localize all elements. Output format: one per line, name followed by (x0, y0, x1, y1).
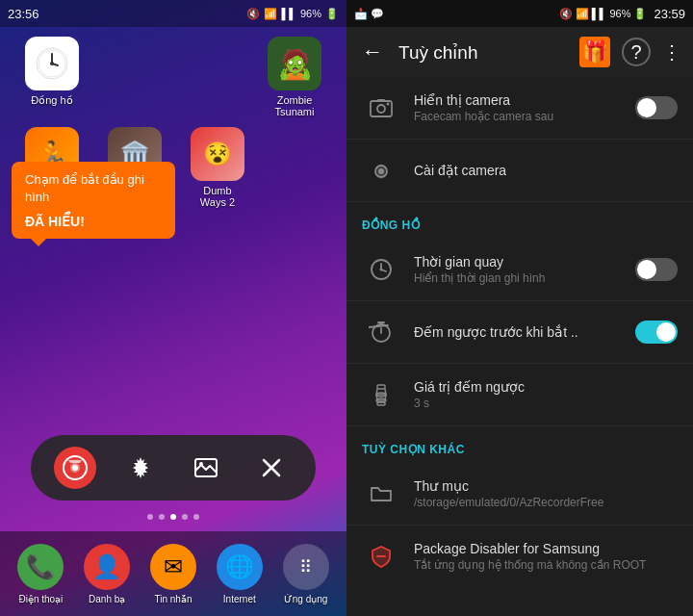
apps-dock[interactable]: ⠿ Ứng dụng (283, 544, 329, 604)
thoi-gian-quay-text: Thời gian quay Hiển thị thời gian ghi hì… (414, 254, 635, 285)
hien-thi-camera-toggle-knob (637, 98, 656, 117)
dem-nguoc-title: Đếm ngược trước khi bắt .. (414, 324, 635, 340)
page-title: Tuỳ chỉnh (398, 41, 568, 64)
dem-nguoc-item[interactable]: Đếm ngược trước khi bắt .. (346, 301, 693, 364)
more-icon[interactable]: ⋮ (662, 40, 681, 64)
svg-point-15 (387, 103, 390, 106)
top-bar-right: ← Tuỳ chỉnh 🎁 ? ⋮ (346, 27, 693, 77)
package-disabler-title: Package Disabler for Samsung (414, 541, 678, 556)
internet-dock-icon: 🌐 (217, 544, 263, 590)
thu-muc-item[interactable]: Thư mục /storage/emulated/0/AzRecorderFr… (346, 463, 693, 526)
phone-dock-label: Điện thoại (18, 594, 63, 604)
gia-tri-title: Giá trị đếm ngược (414, 379, 678, 395)
dong-ho-section-title: ĐỒNG HỒ (362, 218, 420, 232)
status-icons-left: 🔇 📶 ▌▌ 96% 🔋 (246, 8, 339, 20)
gallery-control-button[interactable] (185, 447, 227, 489)
zombie-icon: 🧟 (268, 37, 321, 90)
apps-dock-icon: ⠿ (283, 544, 329, 590)
dumb-icon: 😵 (191, 127, 244, 181)
zombie-label: ZombieTsunami (275, 94, 315, 117)
thoi-gian-quay-subtitle: Hiển thị thời gian ghi hình (414, 271, 635, 285)
cai-dat-camera-item[interactable]: Cài đặt camera (346, 140, 693, 202)
tooltip-bubble: Chạm để bắt đầu ghi hình ĐÃ HIỂU! (12, 162, 175, 239)
thu-muc-subtitle: /storage/emulated/0/AzRecorderFree (414, 496, 678, 509)
gia-tri-text: Giá trị đếm ngược 3 s (414, 379, 678, 410)
cai-dat-camera-icon (362, 151, 400, 190)
svg-rect-14 (377, 99, 385, 102)
cai-dat-camera-title: Cài đặt camera (414, 163, 678, 178)
hien-thi-camera-subtitle: Facecam hoặc camera sau (414, 110, 635, 123)
dumb-ways-app[interactable]: 😵 DumbWays 2 (181, 127, 254, 208)
phone-dock-icon: 📞 (17, 544, 64, 590)
thoi-gian-quay-toggle[interactable] (635, 258, 678, 281)
internet-dock-label: Internet (223, 594, 256, 604)
thu-muc-icon (362, 475, 400, 513)
tuy-chon-section-title: TUỲ CHỌN KHÁC (362, 443, 465, 456)
internet-dock[interactable]: 🌐 Internet (217, 544, 263, 604)
dong-ho-section-header: ĐỒNG HỒ (346, 202, 693, 239)
dumb-label: DumbWays 2 (200, 185, 235, 208)
svg-point-9 (199, 462, 203, 466)
hien-thi-camera-item[interactable]: Hiển thị camera Facecam hoặc camera sau (346, 77, 693, 140)
thoi-gian-quay-knob (637, 260, 656, 279)
mail-dock-icon: ✉ (150, 544, 196, 590)
mail-dock[interactable]: ✉ Tin nhắn (150, 544, 196, 604)
thu-muc-text: Thư mục /storage/emulated/0/AzRecorderFr… (414, 478, 678, 509)
dem-nguoc-icon (362, 313, 400, 351)
time-right: 23:59 (654, 7, 685, 21)
package-disabler-item[interactable]: Package Disabler for Samsung Tắt ứng dụn… (346, 526, 693, 587)
contacts-dock[interactable]: 👤 Danh bạ (84, 544, 130, 604)
dong-ho-icon (25, 37, 79, 90)
page-dots (147, 514, 199, 520)
gia-tri-dem-nguoc-item[interactable]: Giá trị đếm ngược 3 s (346, 364, 693, 426)
cai-dat-camera-text: Cài đặt camera (414, 163, 678, 178)
package-disabler-subtitle: Tắt ứng dụng hệ thống mà không cần ROOT (414, 558, 678, 572)
tooltip-confirm-button[interactable]: ĐÃ HIỂU! (25, 214, 162, 229)
hien-thi-camera-toggle[interactable] (635, 96, 678, 119)
dem-nguoc-toggle[interactable] (635, 321, 678, 344)
mail-dock-label: Tin nhắn (154, 594, 192, 604)
dot-3 (170, 514, 176, 520)
back-button[interactable]: ← (358, 36, 387, 68)
zombie-tsunami-app[interactable]: 🧟 ZombieTsunami (258, 37, 331, 117)
package-disabler-text: Package Disabler for Samsung Tắt ứng dụn… (414, 541, 678, 572)
control-bar (31, 435, 316, 500)
svg-rect-27 (377, 385, 385, 389)
status-icons-right-right: 🔇 📶 ▌▌ 96% 🔋 23:59 (559, 7, 685, 21)
status-icons-right-left: 📩 💬 (354, 8, 384, 20)
hien-thi-camera-title: Hiển thị camera (414, 92, 635, 108)
status-bar-left: 23:56 🔇 📶 ▌▌ 96% 🔋 (0, 0, 346, 27)
dem-nguoc-knob (656, 322, 676, 342)
dong-ho-app[interactable]: Đồng hồ (15, 37, 89, 117)
settings-control-button[interactable] (119, 447, 162, 489)
svg-point-6 (72, 465, 78, 471)
tooltip-arrow (31, 239, 46, 246)
gift-icon[interactable]: 🎁 (579, 37, 610, 67)
thoi-gian-quay-item[interactable]: Thời gian quay Hiển thị thời gian ghi hì… (346, 239, 693, 301)
tuy-chon-section-header: TUỲ CHỌN KHÁC (346, 426, 693, 463)
package-disabler-icon (362, 537, 400, 576)
hien-thi-camera-icon (362, 89, 400, 127)
dot-5 (193, 514, 199, 520)
right-panel: 📩 💬 🔇 📶 ▌▌ 96% 🔋 23:59 ← Tuỳ chỉnh 🎁 ? ⋮ (346, 0, 693, 616)
contacts-dock-label: Danh bạ (89, 594, 125, 604)
hien-thi-camera-text: Hiển thị camera Facecam hoặc camera sau (414, 92, 635, 123)
contacts-dock-icon: 👤 (84, 544, 130, 590)
dong-ho-label: Đồng hồ (31, 94, 72, 107)
gia-tri-icon (362, 375, 400, 414)
gia-tri-subtitle: 3 s (414, 397, 678, 410)
bottom-dock: 📞 Điện thoại 👤 Danh bạ ✉ Tin nhắn 🌐 Inte… (0, 531, 346, 616)
svg-rect-30 (377, 402, 385, 405)
dot-4 (182, 514, 188, 520)
settings-content: Hiển thị camera Facecam hoặc camera sau … (346, 77, 693, 616)
dot-2 (159, 514, 165, 520)
close-control-button[interactable] (250, 447, 293, 489)
thoi-gian-quay-icon (362, 250, 400, 289)
camera-control-button[interactable] (54, 447, 96, 489)
status-bar-right: 📩 💬 🔇 📶 ▌▌ 96% 🔋 23:59 (346, 0, 693, 27)
svg-point-4 (50, 62, 54, 65)
help-icon[interactable]: ? (622, 38, 651, 66)
phone-dock[interactable]: 📞 Điện thoại (17, 544, 64, 604)
svg-point-21 (380, 269, 383, 271)
svg-point-13 (377, 105, 385, 113)
